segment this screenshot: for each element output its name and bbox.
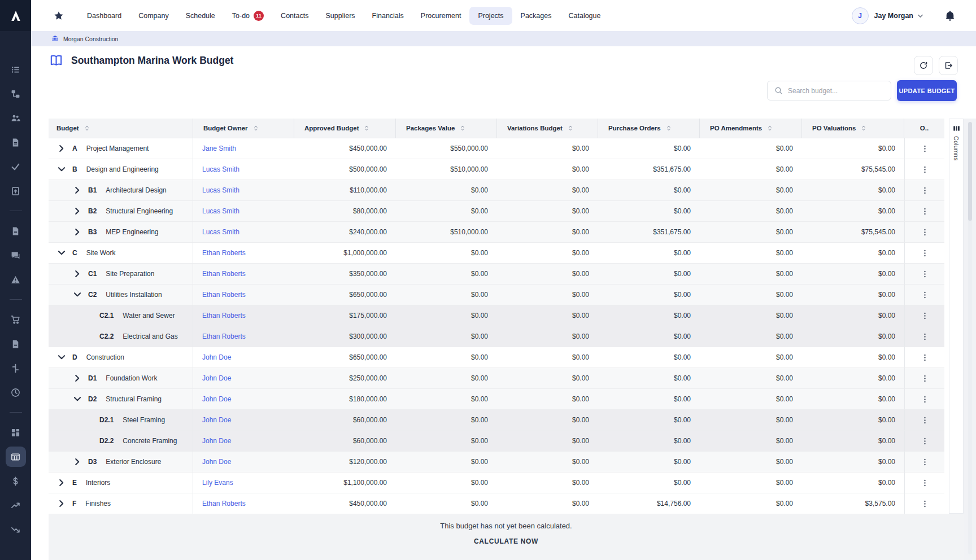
row-menu-button[interactable] <box>918 246 931 260</box>
sidebar-item-list[interactable] <box>6 59 26 80</box>
row-menu-button[interactable] <box>918 183 931 197</box>
sidebar-item-document[interactable] <box>6 132 26 152</box>
collapse-toggle-icon[interactable] <box>56 352 67 362</box>
owner-link[interactable]: Ethan Roberts <box>202 270 246 278</box>
sidebar-item-adjust[interactable] <box>6 358 26 378</box>
sidebar-item-dollar[interactable] <box>6 471 26 491</box>
expand-toggle-icon[interactable] <box>56 498 67 509</box>
expand-toggle-icon[interactable] <box>72 227 82 237</box>
nav-item-company[interactable]: Company <box>130 7 177 25</box>
notifications-bell-icon[interactable] <box>944 10 956 21</box>
column-header-packages-value[interactable]: Packages Value <box>396 119 497 138</box>
column-header-o..[interactable]: O.. <box>904 119 944 138</box>
owner-link[interactable]: Lucas Smith <box>202 207 239 215</box>
column-header-budget[interactable]: Budget <box>49 119 193 138</box>
nav-item-dashboard[interactable]: Dashboard <box>79 7 130 25</box>
nav-item-contacts[interactable]: Contacts <box>272 7 317 25</box>
search-input[interactable] <box>788 87 891 95</box>
nav-item-financials[interactable]: Financials <box>364 7 412 25</box>
expand-toggle-icon[interactable] <box>72 457 82 467</box>
row-menu-button[interactable] <box>918 434 931 448</box>
owner-link[interactable]: Lucas Smith <box>202 186 239 194</box>
user-name[interactable]: Jay Morgan <box>874 12 913 20</box>
sidebar-item-invoice[interactable] <box>6 334 26 354</box>
row-menu-button[interactable] <box>918 330 931 343</box>
avatar[interactable]: J <box>852 7 869 24</box>
row-menu-button[interactable] <box>918 142 931 155</box>
sidebar-item-trend-up[interactable] <box>6 495 26 515</box>
row-menu-button[interactable] <box>918 455 931 469</box>
sidebar-item-file[interactable] <box>6 221 26 241</box>
sidebar-item-trend-down[interactable] <box>6 519 26 540</box>
sidebar-item-grid[interactable] <box>6 422 26 443</box>
sidebar-item-file-upload[interactable] <box>6 181 26 201</box>
nav-item-projects[interactable]: Projects <box>469 7 512 25</box>
scrollbar-thumb[interactable] <box>968 122 972 221</box>
expand-toggle-icon[interactable] <box>56 478 67 488</box>
favorite-star-icon[interactable] <box>54 11 64 21</box>
expand-toggle-icon[interactable] <box>72 373 82 383</box>
sidebar-item-clock[interactable] <box>6 382 26 403</box>
owner-link[interactable]: Lucas Smith <box>202 228 239 236</box>
nav-item-packages[interactable]: Packages <box>512 7 560 25</box>
row-menu-button[interactable] <box>918 163 931 176</box>
owner-link[interactable]: Jane Smith <box>202 145 236 152</box>
chevron-down-icon[interactable] <box>917 12 924 19</box>
column-header-po-amendments[interactable]: PO Amendments <box>700 119 802 138</box>
row-menu-button[interactable] <box>918 204 931 218</box>
row-menu-button[interactable] <box>918 351 931 364</box>
columns-panel-tab[interactable]: Columns <box>949 119 964 514</box>
row-menu-button[interactable] <box>918 371 931 385</box>
column-header-approved-budget[interactable]: Approved Budget <box>294 119 396 138</box>
owner-link[interactable]: John Doe <box>202 374 231 382</box>
owner-link[interactable]: John Doe <box>202 458 231 466</box>
owner-link[interactable]: Lily Evans <box>202 479 233 487</box>
row-menu-button[interactable] <box>918 392 931 406</box>
owner-link[interactable]: John Doe <box>202 416 231 424</box>
vertical-scrollbar[interactable] <box>968 122 972 554</box>
expand-toggle-icon[interactable] <box>72 185 82 195</box>
row-menu-button[interactable] <box>918 309 931 322</box>
row-menu-button[interactable] <box>918 267 931 281</box>
row-menu-button[interactable] <box>918 288 931 301</box>
expand-toggle-icon[interactable] <box>56 143 67 154</box>
nav-item-procurement[interactable]: Procurement <box>412 7 470 25</box>
sidebar-item-people[interactable] <box>6 108 26 128</box>
nav-item-suppliers[interactable]: Suppliers <box>317 7 363 25</box>
owner-link[interactable]: John Doe <box>202 395 231 403</box>
update-budget-button[interactable]: UPDATE BUDGET <box>897 80 957 101</box>
sidebar-item-warning[interactable] <box>6 269 26 290</box>
collapse-toggle-icon[interactable] <box>72 290 82 300</box>
expand-toggle-icon[interactable] <box>72 206 82 216</box>
nav-item-catalogue[interactable]: Catalogue <box>560 7 609 25</box>
owner-link[interactable]: Lucas Smith <box>202 165 239 173</box>
collapse-toggle-icon[interactable] <box>72 394 82 404</box>
sidebar-item-hierarchy[interactable] <box>6 84 26 104</box>
sidebar-item-cart[interactable] <box>6 309 26 330</box>
column-header-purchase-orders[interactable]: Purchase Orders <box>598 119 700 138</box>
owner-link[interactable]: Ethan Roberts <box>202 500 246 508</box>
owner-link[interactable]: Ethan Roberts <box>202 312 246 320</box>
row-menu-button[interactable] <box>918 413 931 427</box>
row-menu-button[interactable] <box>918 476 931 489</box>
owner-link[interactable]: Ethan Roberts <box>202 291 246 299</box>
export-button[interactable] <box>939 56 958 75</box>
column-header-budget-owner[interactable]: Budget Owner <box>193 119 294 138</box>
owner-link[interactable]: Ethan Roberts <box>202 333 246 340</box>
nav-item-to-do[interactable]: To-do11 <box>224 6 272 26</box>
row-menu-button[interactable] <box>918 497 931 510</box>
breadcrumb-company[interactable]: Morgan Construction <box>63 36 118 42</box>
owner-link[interactable]: John Doe <box>202 437 231 445</box>
sidebar-item-chat[interactable] <box>6 245 26 265</box>
owner-link[interactable]: Ethan Roberts <box>202 249 246 257</box>
nav-item-schedule[interactable]: Schedule <box>177 7 224 25</box>
sidebar-item-table[interactable] <box>6 447 26 467</box>
calculate-now-button[interactable]: CALCULATE NOW <box>474 537 538 545</box>
refresh-button[interactable] <box>914 56 933 75</box>
owner-link[interactable]: John Doe <box>202 353 231 361</box>
app-logo[interactable] <box>0 0 31 31</box>
expand-toggle-icon[interactable] <box>72 269 82 279</box>
column-header-variations-budget[interactable]: Variations Budget <box>497 119 598 138</box>
sidebar-item-check[interactable] <box>6 156 26 177</box>
collapse-toggle-icon[interactable] <box>56 164 67 174</box>
